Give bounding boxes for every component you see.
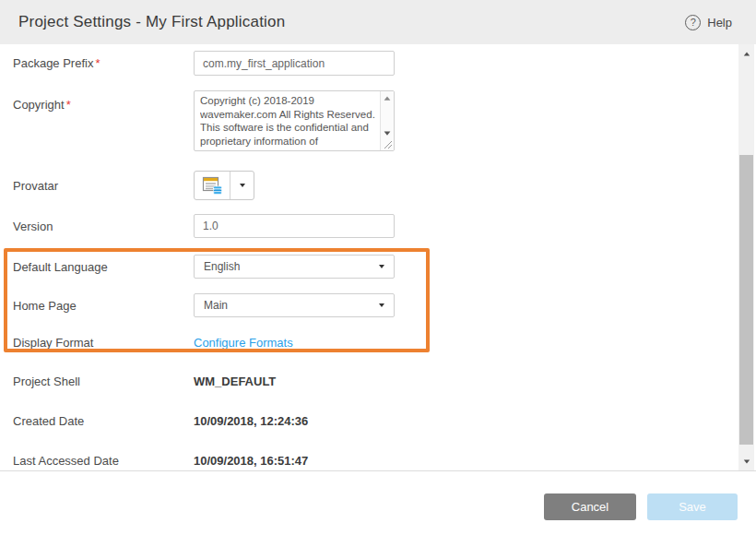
row-copyright: Copyright* Copyright (c) 2018-2019 wavem… [13, 90, 395, 151]
chevron-down-icon [379, 265, 384, 268]
textarea-scrollbar[interactable] [380, 91, 394, 150]
last-accessed-date-label: Last Accessed Date [13, 454, 194, 468]
default-language-select[interactable]: English [194, 255, 395, 279]
default-language-label: Default Language [13, 260, 194, 274]
copyright-textarea[interactable]: Copyright (c) 2018-2019 wavemaker.com Al… [194, 90, 395, 151]
version-input[interactable] [194, 214, 395, 238]
row-provatar: Provatar [13, 171, 254, 200]
row-home-page: Home Page Main [13, 293, 395, 317]
project-settings-dialog: Project Settings - My First Application … [0, 0, 756, 535]
created-date-value: 10/09/2018, 12:24:36 [194, 414, 308, 428]
help-label: Help [707, 16, 732, 30]
row-display-format: Display Format Configure Formats [13, 333, 293, 351]
resize-grip-icon[interactable] [383, 139, 393, 149]
chevron-down-icon [379, 303, 384, 307]
vertical-scrollbar[interactable] [738, 44, 754, 470]
project-shell-label: Project Shell [13, 374, 194, 388]
scroll-down-icon [743, 459, 749, 463]
display-format-label: Display Format [13, 336, 194, 350]
help-button[interactable]: ? Help [685, 15, 732, 30]
created-date-label: Created Date [13, 414, 194, 428]
last-accessed-date-value: 10/09/2018, 16:51:47 [194, 454, 308, 468]
provatar-picker[interactable] [194, 171, 254, 200]
default-language-value: English [204, 260, 240, 273]
row-package-prefix: Package Prefix* [13, 51, 395, 76]
copyright-text: Copyright (c) 2018-2019 wavemaker.com Al… [200, 94, 378, 150]
chevron-down-icon [240, 184, 245, 187]
configure-formats-link[interactable]: Configure Formats [194, 336, 293, 350]
copyright-label: Copyright* [13, 90, 194, 112]
required-asterisk: * [66, 98, 71, 112]
scroll-down-button[interactable] [738, 454, 754, 469]
scroll-down-icon[interactable] [384, 131, 391, 135]
provatar-label: Provatar [13, 179, 194, 193]
home-page-label: Home Page [13, 299, 194, 313]
cancel-button[interactable]: Cancel [544, 493, 636, 520]
required-asterisk: * [95, 56, 100, 70]
help-icon: ? [685, 15, 701, 30]
project-shell-value: WM_DEFAULT [194, 374, 276, 388]
row-last-accessed-date: Last Accessed Date 10/09/2018, 16:51:47 [13, 451, 308, 470]
row-project-shell: Project Shell WM_DEFAULT [13, 372, 276, 390]
home-page-value: Main [204, 299, 228, 312]
scroll-up-icon[interactable] [384, 96, 391, 100]
settings-form: Package Prefix* Copyright* Copyright (c)… [0, 44, 738, 470]
scroll-up-icon [743, 52, 749, 55]
home-page-select[interactable]: Main [194, 293, 395, 317]
save-button[interactable]: Save [647, 493, 738, 520]
scrollbar-thumb[interactable] [739, 155, 753, 445]
dialog-footer: Cancel Save [0, 470, 756, 535]
row-default-language: Default Language English [13, 255, 395, 279]
version-label: Version [13, 220, 194, 233]
provatar-image-button[interactable] [195, 172, 230, 199]
provatar-dropdown-button[interactable] [230, 172, 254, 199]
row-created-date: Created Date 10/09/2018, 12:24:36 [13, 411, 308, 430]
dialog-header: Project Settings - My First Application … [0, 0, 756, 44]
scroll-up-button[interactable] [738, 46, 754, 61]
provatar-icon [202, 176, 223, 195]
dialog-title: Project Settings - My First Application [18, 13, 285, 31]
package-prefix-label: Package Prefix* [13, 56, 194, 70]
row-version: Version [13, 214, 395, 238]
package-prefix-input[interactable] [194, 51, 395, 76]
